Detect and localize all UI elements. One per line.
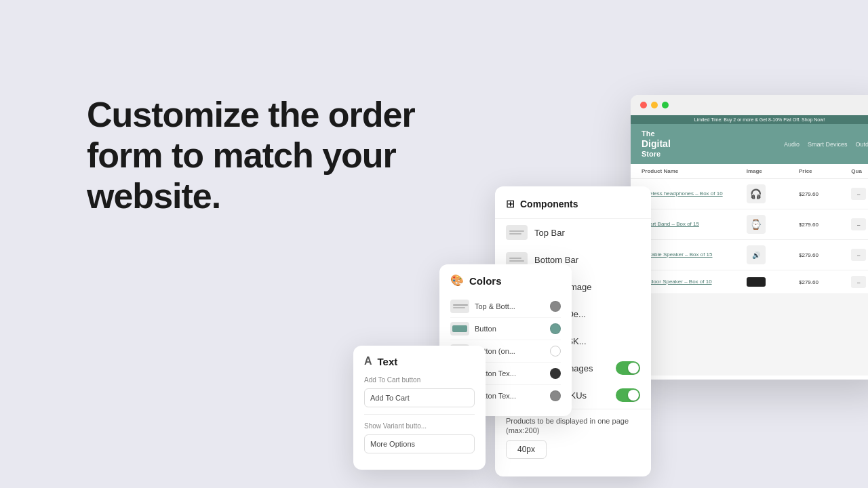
table-row: Portable Speaker – Box of 15 🔊 $279.60 – <box>631 240 868 270</box>
product-name-1: Wireless headphones – Box of 10 <box>642 190 747 197</box>
browser-window: Limited Time: Buy 2 or more & Get 8-10% … <box>631 95 868 380</box>
color-row-button[interactable]: Button <box>450 318 561 340</box>
brand-name: Digital <box>642 138 671 150</box>
product-name-3: Portable Speaker – Box of 15 <box>642 251 747 258</box>
col-qty: Qua <box>851 168 868 174</box>
browser-dot-yellow <box>651 102 658 108</box>
product-price-4: $279.60 <box>799 279 851 285</box>
component-thumb-topbar <box>506 225 528 240</box>
color-label-button: Button <box>475 325 496 333</box>
text-title: Text <box>378 356 398 367</box>
color-thumb-button <box>450 322 469 336</box>
product-image-1: 🎧 <box>747 184 766 203</box>
text-divider <box>364 414 475 415</box>
products-per-page-label: Products to be displayed in one page (ma… <box>506 416 640 436</box>
color-swatch-button-text[interactable] <box>550 368 561 379</box>
color-swatch-top-bottom[interactable] <box>550 301 561 312</box>
product-qty-4: – <box>851 276 866 288</box>
product-image-2: ⌚ <box>747 215 766 234</box>
store-nav: The Digital Store Audio Smart Devices Ou… <box>631 124 868 164</box>
col-image: Image <box>747 168 799 174</box>
nav-link-smart[interactable]: Smart Devices <box>808 141 848 148</box>
store-logo: The Digital Store <box>642 129 671 159</box>
component-label-bottombar: Bottom Bar <box>534 255 578 265</box>
components-icon: ⊞ <box>506 197 515 210</box>
product-qty-3: – <box>851 249 866 261</box>
variant-skus-toggle[interactable] <box>616 388 640 402</box>
text-panel-header: A Text <box>364 355 475 367</box>
table-row: Wireless headphones – Box of 10 🎧 $279.6… <box>631 179 868 209</box>
products-per-page-field: 40px <box>506 440 640 459</box>
table-row: Outdoor Speaker – Box of 10 $279.60 – <box>631 270 868 294</box>
brand-sub: Store <box>642 150 671 159</box>
product-qty-2: – <box>851 218 866 230</box>
nav-link-outdoor[interactable]: Outdoor <box>855 141 868 148</box>
col-price: Price <box>799 168 851 174</box>
col-product-name: Product Name <box>642 168 747 174</box>
browser-titlebar <box>631 95 868 115</box>
table-header: Product Name Image Price Qua <box>631 164 868 179</box>
brand-small: The <box>642 129 671 138</box>
browser-content: Limited Time: Buy 2 or more & Get 8-10% … <box>631 115 868 375</box>
show-variant-label: Show Variant butto... <box>364 422 475 430</box>
product-table: Product Name Image Price Qua Wireless he… <box>631 164 868 294</box>
component-item-topbar[interactable]: Top Bar <box>495 219 651 246</box>
product-name-2: Smart Band – Box of 15 <box>642 221 747 228</box>
product-qty-1: – <box>851 188 866 200</box>
product-image-4 <box>747 277 766 287</box>
nav-link-audio[interactable]: Audio <box>784 141 800 148</box>
colors-title: Colors <box>469 275 502 287</box>
color-row-top-bottom[interactable]: Top & Bott... <box>450 296 561 318</box>
color-label-top-bottom: Top & Bott... <box>475 302 515 310</box>
store-nav-links: Audio Smart Devices Outdoor <box>784 141 868 148</box>
browser-dot-red <box>640 102 647 108</box>
product-price-2: $279.60 <box>799 222 851 228</box>
component-label-topbar: Top Bar <box>534 228 565 238</box>
hero-section: Customize the order form to match your w… <box>87 95 426 216</box>
add-to-cart-input[interactable]: Add To Cart <box>364 388 475 407</box>
color-swatch-button[interactable] <box>550 323 561 334</box>
color-swatch-button-text2[interactable] <box>550 390 561 401</box>
products-per-page-input[interactable]: 40px <box>506 440 547 459</box>
components-title: Components <box>520 199 578 209</box>
components-panel-header: ⊞ Components <box>495 197 651 219</box>
browser-dot-green <box>662 102 669 108</box>
show-variant-input[interactable]: More Options <box>364 434 475 453</box>
product-name-4: Outdoor Speaker – Box of 10 <box>642 279 747 285</box>
palette-icon: 🎨 <box>450 274 464 287</box>
product-image-3: 🔊 <box>747 245 766 264</box>
products-per-page-section: Products to be displayed in one page (ma… <box>495 409 651 466</box>
promo-bar: Limited Time: Buy 2 or more & Get 8-10% … <box>631 115 868 124</box>
color-thumb-top-bottom <box>450 300 469 313</box>
hero-heading: Customize the order form to match your w… <box>87 95 426 216</box>
text-panel: A Text Add To Cart button Add To Cart Sh… <box>353 346 486 470</box>
add-to-cart-label: Add To Cart button <box>364 375 475 384</box>
text-icon: A <box>364 355 372 367</box>
color-swatch-button-on[interactable] <box>550 346 561 357</box>
variant-images-toggle[interactable] <box>616 361 640 375</box>
product-price-3: $279.60 <box>799 252 851 258</box>
table-row: Smart Band – Box of 15 ⌚ $279.60 – <box>631 209 868 240</box>
colors-panel-header: 🎨 Colors <box>450 274 561 287</box>
product-price-1: $279.60 <box>799 191 851 197</box>
